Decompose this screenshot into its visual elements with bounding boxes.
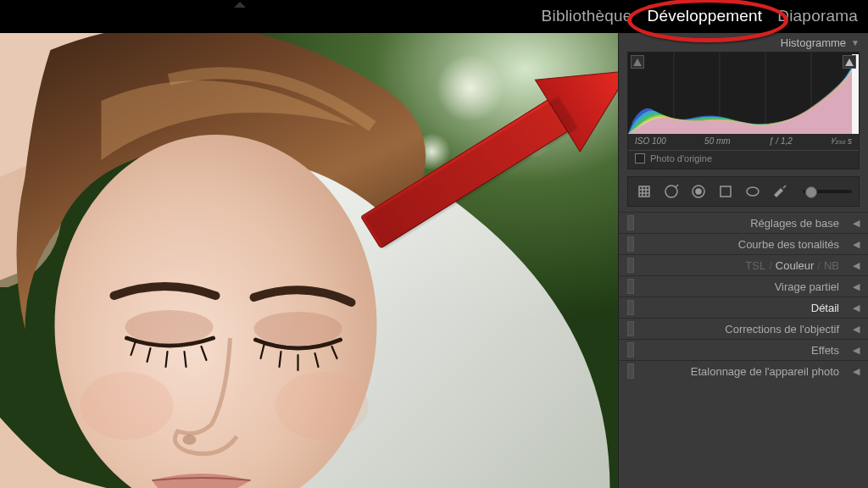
brush-tool-icon[interactable] [771, 182, 789, 201]
chevron-left-icon: ◀ [853, 260, 860, 271]
panel-toggle-icon[interactable] [627, 215, 634, 230]
radial-filter-icon[interactable] [743, 182, 762, 201]
histogram-chart [628, 53, 859, 134]
chevron-left-icon: ◀ [853, 324, 860, 335]
checkbox-icon [635, 153, 645, 164]
panel-effects[interactable]: Effets◀ [619, 339, 868, 360]
svg-point-37 [696, 189, 701, 194]
panel-split-toning-label: Virage partiel [775, 280, 839, 293]
panel-toggle-icon[interactable] [627, 342, 634, 358]
meta-focal: 50 mm [704, 136, 731, 146]
exposure-metadata: ISO 100 50 mm ƒ / 1,2 ¹⁄₂₅₀ s [628, 134, 859, 150]
chevron-left-icon: ◀ [853, 281, 860, 292]
meta-shutter: ¹⁄₂₅₀ s [831, 136, 852, 146]
panel-tone-curve[interactable]: Courbe des tonalités◀ [619, 233, 868, 254]
meta-iso: ISO 100 [635, 136, 666, 146]
svg-point-2 [506, 111, 554, 158]
photo-placeholder [0, 33, 618, 488]
shadow-clipping-icon[interactable] [631, 55, 644, 69]
svg-marker-24 [845, 58, 854, 66]
panel-lens-corrections-label: Corrections de l'objectif [725, 323, 839, 336]
spot-removal-icon[interactable] [662, 182, 681, 201]
svg-point-18 [81, 372, 174, 440]
original-photo-toggle[interactable]: Photo d'origine [628, 150, 859, 169]
module-picker-bar: Bibliothèque Développement Diaporama [0, 0, 868, 33]
panel-detail-label: Détail [811, 302, 839, 314]
svg-point-6 [254, 312, 342, 346]
svg-point-5 [125, 310, 214, 344]
chevron-left-icon: ◀ [853, 218, 860, 229]
svg-point-19 [275, 372, 369, 440]
panel-basic[interactable]: Réglages de base◀ [619, 212, 868, 233]
svg-marker-23 [633, 58, 642, 66]
module-tab-slideshow[interactable]: Diaporama [777, 7, 858, 25]
histogram-box: ISO 100 50 mm ƒ / 1,2 ¹⁄₂₅₀ s Photo d'or… [627, 52, 860, 169]
histogram-panel-header[interactable]: Histogramme ▼ [619, 33, 868, 52]
red-eye-icon[interactable] [689, 182, 708, 201]
original-photo-label: Photo d'origine [650, 153, 712, 164]
crop-tool-icon[interactable] [635, 182, 654, 201]
module-tab-develop[interactable]: Développement [648, 7, 763, 25]
slider-knob-icon [805, 186, 817, 198]
panel-camera-calibration[interactable]: Etalonnage de l'appareil photo◀ [619, 360, 868, 381]
photo-canvas[interactable] [0, 33, 618, 488]
panel-basic-label: Réglages de base [750, 217, 839, 230]
panel-split-toning[interactable]: Virage partiel◀ [619, 275, 868, 297]
tool-size-slider[interactable] [803, 190, 852, 193]
panel-detail[interactable]: Détail◀ [619, 297, 868, 318]
svg-rect-30 [639, 186, 649, 197]
svg-point-17 [183, 435, 197, 445]
graduated-filter-icon[interactable] [716, 182, 735, 201]
svg-point-39 [747, 187, 759, 196]
panel-tone-curve-label: Courbe des tonalités [738, 238, 839, 251]
svg-rect-38 [721, 186, 731, 197]
panel-lens-corrections[interactable]: Corrections de l'objectif◀ [619, 318, 868, 339]
chevron-left-icon: ◀ [853, 239, 860, 250]
panel-hsl-tabs: TSL/Couleur/NB [745, 259, 839, 272]
meta-aperture: ƒ / 1,2 [769, 136, 793, 146]
panel-effects-label: Effets [811, 344, 839, 357]
panel-toggle-icon[interactable] [627, 363, 634, 379]
chevron-left-icon: ◀ [853, 302, 860, 313]
panel-toggle-icon[interactable] [627, 258, 634, 273]
chevron-left-icon: ◀ [853, 345, 860, 356]
svg-line-40 [783, 186, 786, 188]
svg-point-35 [665, 186, 677, 197]
chevron-down-icon: ▼ [851, 38, 860, 47]
develop-right-panel: Histogramme ▼ [618, 33, 868, 488]
local-adjust-toolstrip [627, 176, 860, 207]
chevron-left-icon: ◀ [853, 366, 860, 377]
panel-hsl[interactable]: TSL/Couleur/NB ◀ [619, 254, 868, 275]
module-tab-library[interactable]: Bibliothèque [542, 7, 632, 25]
panel-toggle-icon[interactable] [627, 279, 634, 294]
panel-toggle-icon[interactable] [627, 236, 634, 252]
highlight-clipping-icon[interactable] [843, 55, 856, 69]
panel-camera-calibration-label: Etalonnage de l'appareil photo [691, 365, 839, 378]
panel-toggle-icon[interactable] [627, 321, 634, 336]
histogram-label: Histogramme [781, 36, 846, 49]
svg-point-1 [437, 54, 504, 122]
develop-panels-accordion: Réglages de base◀ Courbe des tonalités◀ … [619, 212, 868, 381]
panel-expand-indicator-icon [234, 2, 246, 8]
panel-toggle-icon[interactable] [627, 300, 634, 315]
